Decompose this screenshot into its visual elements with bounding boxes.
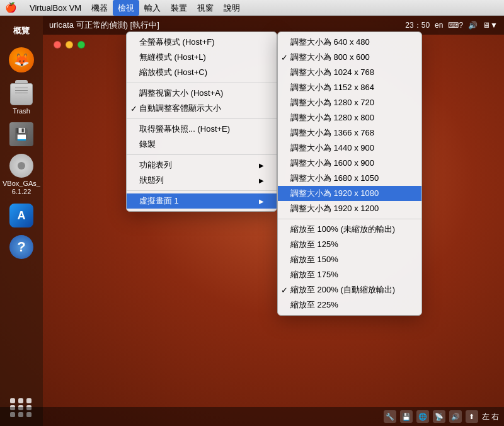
display-submenu: 調整大小為 640 x 480 調整大小為 800 x 600 調整大小為 10… (277, 32, 422, 316)
firefox-icon: 🦊 (9, 47, 34, 72)
minimize-button[interactable] (66, 41, 73, 49)
menu-screenshot[interactable]: 取得螢幕快照... (Host+E) (127, 122, 277, 137)
sidebar-item-appstore[interactable]: A (3, 204, 40, 227)
overview-label: 概覽 (13, 22, 30, 40)
vm-lang: en (435, 21, 443, 30)
menu-scale[interactable]: 縮放模式 (Host+C) (127, 65, 277, 80)
vm-keyboard-icon: ⌨? (448, 21, 463, 30)
taskbar-usb-icon[interactable]: 📡 (433, 410, 445, 423)
window-controls (50, 38, 88, 52)
trash-icon (10, 80, 33, 105)
menu-window[interactable]: 視窗 (192, 0, 219, 16)
sidebar-item-cd[interactable]: VBox_GAs_6.1.22 (3, 154, 40, 196)
taskbar-storage-icon[interactable]: 💾 (400, 410, 413, 423)
vm-title-text: uricata 可正常的偵測) [執行中] (49, 20, 159, 31)
submenu-scale150[interactable]: 縮放至 150% (278, 252, 421, 267)
virtual-display-arrow: ▶ (259, 198, 264, 205)
sidebar-item-disk[interactable]: 💾 (3, 122, 40, 146)
help-icon: ? (9, 235, 33, 259)
submenu-1024x768[interactable]: 調整大小為 1024 x 768 (278, 65, 421, 80)
submenu-800x600[interactable]: 調整大小為 800 x 600 (278, 50, 421, 65)
sidebar: 概覽 🦊 Trash 💾 VBox_GAs_6.1.22 A (0, 16, 43, 426)
menu-input[interactable]: 輸入 (139, 0, 166, 16)
sidebar-item-trash[interactable]: Trash (3, 80, 40, 115)
submenu-1680x1050[interactable]: 調整大小為 1680 x 1050 (278, 171, 421, 186)
vm-sound-icon: 🔊 (468, 21, 478, 30)
menubar-arrow: ▶ (259, 162, 264, 169)
view-menu-dropdown: 全螢幕模式 (Host+F) 無縫模式 (Host+L) 縮放模式 (Host+… (126, 32, 277, 212)
cd-icon (9, 154, 33, 178)
disk-icon: 💾 (9, 122, 33, 146)
sidebar-item-firefox[interactable]: 🦊 (3, 47, 40, 72)
menu-view[interactable]: 檢視 (113, 0, 139, 16)
menu-statusbar[interactable]: 狀態列 ▶ (127, 173, 277, 188)
vm-time: 23：50 (405, 20, 430, 31)
cd-inner (18, 162, 25, 170)
submenu-1600x900[interactable]: 調整大小為 1600 x 900 (278, 156, 421, 171)
menu-seamless[interactable]: 無縫模式 (Host+L) (127, 50, 277, 65)
submenu-scale200[interactable]: 縮放至 200% (自動縮放輸出) (278, 282, 421, 297)
menu-fullscreen[interactable]: 全螢幕模式 (Host+F) (127, 35, 277, 50)
menu-separator-2 (127, 118, 277, 119)
submenu-scale125[interactable]: 縮放至 125% (278, 237, 421, 252)
taskbar-audio-icon[interactable]: 🔊 (449, 410, 462, 423)
menu-resize-window[interactable]: 調整視窗大小 (Host+A) (127, 86, 277, 101)
vm-statusbar-right: 23：50 en ⌨? 🔊 🖥▼ (405, 20, 498, 31)
close-button[interactable] (54, 41, 61, 49)
menu-virtualbox-vm[interactable]: VirtualBox VM (25, 0, 86, 16)
submenu-separator-1 (278, 219, 421, 219)
submenu-640x480[interactable]: 調整大小為 640 x 480 (278, 35, 421, 50)
menu-separator-1 (127, 83, 277, 83)
menu-virtual-display[interactable]: 虛擬畫面 1 ▶ (127, 193, 277, 209)
submenu-1440x900[interactable]: 調整大小為 1440 x 900 (278, 141, 421, 156)
submenu-scale225[interactable]: 縮放至 225% (278, 297, 421, 313)
statusbar-arrow: ▶ (259, 177, 264, 184)
taskbar-layout-label: 左 右 (482, 412, 499, 422)
desktop: uricata 可正常的偵測) [執行中] 23：50 en ⌨? 🔊 🖥▼ 概… (0, 16, 504, 426)
taskbar-settings-icon[interactable]: 🔧 (384, 410, 396, 423)
submenu-1152x864[interactable]: 調整大小為 1152 x 864 (278, 80, 421, 95)
vm-screen-icon: 🖥▼ (483, 21, 498, 30)
taskbar-network-icon[interactable]: 🌐 (416, 410, 429, 423)
menu-devices[interactable]: 裝置 (166, 0, 192, 16)
sidebar-item-help[interactable]: ? (3, 235, 40, 259)
submenu-scale175[interactable]: 縮放至 175% (278, 267, 421, 282)
apple-menu[interactable]: 🍎 (5, 2, 17, 13)
menu-separator-4 (127, 190, 277, 191)
submenu-1280x720[interactable]: 調整大小為 1280 x 720 (278, 95, 421, 110)
menu-machine[interactable]: 機器 (86, 0, 113, 16)
menu-separator-3 (127, 154, 277, 155)
menu-menubar[interactable]: 功能表列 ▶ (127, 158, 277, 173)
trash-label: Trash (13, 107, 30, 115)
menubar: 🍎 VirtualBox VM 機器 檢視 輸入 裝置 視窗 說明 (0, 0, 504, 16)
menu-record[interactable]: 錄製 (127, 137, 277, 152)
menu-help[interactable]: 說明 (219, 0, 245, 16)
submenu-scale100[interactable]: 縮放至 100% (未縮放的輸出) (278, 222, 421, 237)
cd-label: VBox_GAs_6.1.22 (3, 180, 40, 196)
maximize-button[interactable] (77, 41, 85, 49)
submenu-1280x800[interactable]: 調整大小為 1280 x 800 (278, 110, 421, 125)
appstore-icon: A (9, 204, 33, 227)
vm-taskbar: 🔧 💾 🌐 📡 🔊 ⬆ 左 右 (0, 407, 504, 426)
submenu-1920x1200[interactable]: 調整大小為 1920 x 1200 (278, 201, 421, 216)
submenu-1366x768[interactable]: 調整大小為 1366 x 768 (278, 125, 421, 141)
menu-auto-resize[interactable]: 自動調整客體顯示大小 (127, 101, 277, 116)
submenu-1920x1080[interactable]: 調整大小為 1920 x 1080 (278, 186, 421, 201)
taskbar-up-icon[interactable]: ⬆ (466, 410, 478, 423)
